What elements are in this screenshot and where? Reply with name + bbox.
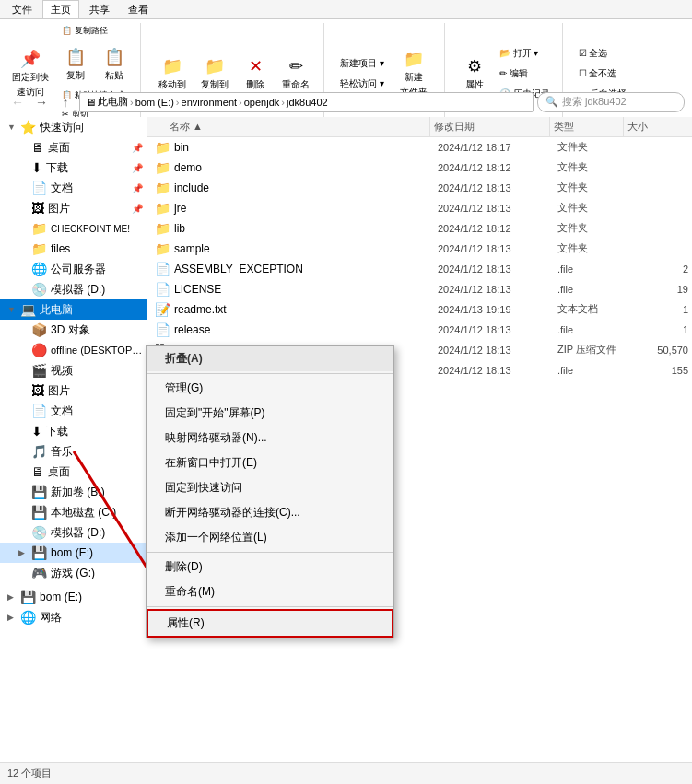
tab-share[interactable]: 共享 bbox=[81, 0, 118, 18]
sidebar-item-files[interactable]: 📁 files bbox=[0, 239, 147, 259]
sidebar-item-pictures[interactable]: 🖼 图片 📌 bbox=[0, 198, 147, 218]
file-row-readme[interactable]: 📝 readme.txt 2024/1/13 19:19 文本文档 1 bbox=[147, 299, 692, 320]
sidebar: ▼ ⭐ 快速访问 🖥 桌面 📌 ⬇ 下载 📌 📄 文档 📌 🖼 图片 📌 bbox=[0, 117, 147, 762]
sidebar-item-emulator-d[interactable]: 💿 模拟器 (D:) bbox=[0, 279, 147, 299]
file-row-release[interactable]: 📄 release 2024/1/12 18:13 .file 1 bbox=[147, 320, 692, 340]
file-name-assembly: 📄 ASSEMBLY_EXCEPTION bbox=[147, 262, 434, 276]
move-to-button[interactable]: 📁 移动到 bbox=[152, 50, 193, 98]
ctx-pin-quick[interactable]: 固定到快速访问 bbox=[147, 475, 393, 500]
file-row-demo[interactable]: 📁 demo 2024/1/12 18:12 文件夹 bbox=[147, 158, 692, 178]
docs-label: 文档 bbox=[51, 181, 73, 196]
copy-to-button[interactable]: 📁 复制到 bbox=[194, 50, 235, 98]
sidebar-item-checkpoint[interactable]: 📁 CHECKPOINT ME! bbox=[0, 218, 147, 239]
up-button[interactable]: ↑ bbox=[55, 92, 76, 112]
copy-path-button[interactable]: 📋 复制路径 bbox=[57, 23, 112, 39]
properties-button[interactable]: ⚙ 属性 bbox=[456, 50, 493, 98]
file-type-af: .file bbox=[554, 365, 627, 376]
docs-pin: 📌 bbox=[132, 183, 143, 193]
new-item-button[interactable]: 新建项目 ▾ bbox=[335, 54, 389, 73]
file-row-lib[interactable]: 📁 lib 2024/1/12 18:12 文件夹 bbox=[147, 218, 692, 239]
sidebar-item-music[interactable]: 🎵 音乐 bbox=[0, 441, 147, 462]
sidebar-item-pictures2[interactable]: 🖼 图片 bbox=[0, 380, 147, 401]
sidebar-item-quick-access[interactable]: ▼ ⭐ 快速访问 bbox=[0, 117, 147, 137]
ctx-delete[interactable]: 删除(D) bbox=[147, 555, 393, 579]
files-label: files bbox=[51, 242, 70, 255]
sidebar-item-network[interactable]: ▶ 🌐 网络 bbox=[0, 607, 147, 627]
paste-button[interactable]: 📋 粘贴 bbox=[96, 41, 133, 88]
ctx-add-location[interactable]: 添加一个网络位置(L) bbox=[147, 525, 393, 550]
breadcrumb-jdk[interactable]: jdk8u402 bbox=[287, 97, 328, 108]
file-date-jre: 2024/1/12 18:13 bbox=[434, 203, 554, 214]
breadcrumb-this-pc[interactable]: 此电脑 bbox=[98, 95, 128, 109]
select-all-button[interactable]: ☑ 全选 bbox=[574, 44, 632, 63]
search-box[interactable]: 🔍 搜索 jdk8u402 bbox=[537, 92, 685, 112]
ctx-header[interactable]: 折叠(A) bbox=[147, 346, 393, 371]
sidebar-item-local-c[interactable]: 💾 本地磁盘 (C:) bbox=[0, 502, 147, 522]
col-header-type[interactable]: 类型 bbox=[550, 117, 624, 136]
breadcrumb-openjdk[interactable]: openjdk bbox=[244, 97, 280, 108]
sidebar-item-emulator-d2[interactable]: 💿 模拟器 (D:) bbox=[0, 522, 147, 543]
delete-button[interactable]: ✕ 删除 bbox=[237, 50, 274, 98]
sidebar-item-desktop2[interactable]: 🖥 桌面 bbox=[0, 462, 147, 482]
sidebar-item-offline[interactable]: 🔴 offline (DESKTOP-... bbox=[0, 340, 147, 360]
ctx-properties[interactable]: 属性(R) bbox=[147, 609, 393, 638]
breadcrumb-sep2: › bbox=[176, 97, 180, 108]
file-row-jre[interactable]: 📁 jre 2024/1/12 18:13 文件夹 bbox=[147, 198, 692, 218]
sidebar-item-bom-e2[interactable]: ▶ 💾 bom (E:) bbox=[0, 587, 147, 607]
rename-button[interactable]: ✏ 重命名 bbox=[276, 50, 316, 98]
ctx-rename[interactable]: 重命名(M) bbox=[147, 579, 393, 604]
edit-button[interactable]: ✏ 编辑 bbox=[495, 64, 555, 83]
file-size-af: 155 bbox=[627, 365, 692, 376]
ctx-manage[interactable]: 管理(G) bbox=[147, 376, 393, 401]
sidebar-item-game-g[interactable]: 🎮 游戏 (G:) bbox=[0, 563, 147, 583]
sidebar-item-new-vol-b[interactable]: 💾 新加卷 (B:) bbox=[0, 482, 147, 502]
col-header-size[interactable]: 大小 bbox=[624, 117, 688, 136]
open-dropdown-button[interactable]: 📂 打开 ▾ bbox=[495, 44, 555, 63]
select-none-button[interactable]: ☐ 全不选 bbox=[574, 64, 632, 83]
sidebar-item-downloads[interactable]: ⬇ 下载 📌 bbox=[0, 158, 147, 178]
tab-file[interactable]: 文件 bbox=[4, 0, 41, 18]
easy-access-button[interactable]: 轻松访问 ▾ bbox=[335, 75, 389, 93]
file-type-sample: 文件夹 bbox=[554, 241, 627, 255]
downloads-label: 下载 bbox=[46, 160, 68, 176]
forward-button[interactable]: → bbox=[31, 92, 52, 112]
tab-view[interactable]: 查看 bbox=[120, 0, 157, 18]
sidebar-item-this-pc[interactable]: ▼ 💻 此电脑 bbox=[0, 299, 147, 320]
desktop-label: 桌面 bbox=[48, 140, 70, 156]
ctx-disconnect[interactable]: 断开网络驱动器的连接(C)... bbox=[147, 500, 393, 525]
pin-quick-access-button[interactable]: 📌 固定到快速访问 bbox=[6, 50, 55, 98]
sidebar-item-downloads2[interactable]: ⬇ 下载 bbox=[0, 421, 147, 441]
music-label: 音乐 bbox=[51, 444, 73, 460]
quick-access-expand: ▼ bbox=[7, 123, 17, 132]
sidebar-item-company-server[interactable]: 🌐 公司服务器 bbox=[0, 259, 147, 279]
file-row-include[interactable]: 📁 include 2024/1/12 18:13 文件夹 bbox=[147, 178, 692, 198]
checkpoint-label: CHECKPOINT ME! bbox=[51, 224, 130, 234]
sidebar-item-videos[interactable]: 🎬 视频 bbox=[0, 360, 147, 380]
ctx-pin-start[interactable]: 固定到"开始"屏幕(P) bbox=[147, 401, 393, 426]
file-row-assembly[interactable]: 📄 ASSEMBLY_EXCEPTION 2024/1/12 18:13 .fi… bbox=[147, 259, 692, 279]
new-folder-button[interactable]: 📁 新建文件夹 bbox=[391, 50, 437, 98]
copy-button[interactable]: 📋 复制 bbox=[57, 41, 94, 88]
sidebar-item-docs2[interactable]: 📄 文档 bbox=[0, 401, 147, 421]
status-bar: 12 个项目 bbox=[0, 762, 692, 784]
emulator-d2-icon: 💿 bbox=[31, 525, 47, 540]
bom-e-expand: ▶ bbox=[18, 548, 28, 557]
sidebar-item-3d[interactable]: 📦 3D 对象 bbox=[0, 320, 147, 340]
tab-home[interactable]: 主页 bbox=[42, 0, 79, 18]
breadcrumb[interactable]: 🖥 此电脑 › bom (E:) › environment › openjdk… bbox=[79, 92, 534, 112]
file-row-bin[interactable]: 📁 bin 2024/1/12 18:17 文件夹 bbox=[147, 137, 692, 158]
col-header-name[interactable]: 名称 ▲ bbox=[147, 117, 430, 136]
file-row-license[interactable]: 📄 LICENSE 2024/1/12 18:13 .file 19 bbox=[147, 279, 692, 299]
file-name-lib: 📁 lib bbox=[147, 221, 434, 236]
sidebar-item-docs[interactable]: 📄 文档 📌 bbox=[0, 178, 147, 198]
sidebar-item-desktop[interactable]: 🖥 桌面 📌 bbox=[0, 137, 147, 158]
ctx-map-drive[interactable]: 映射网络驱动器(N)... bbox=[147, 426, 393, 451]
back-button[interactable]: ← bbox=[7, 92, 28, 112]
sidebar-item-bom-e[interactable]: ▶ 💾 bom (E:) bbox=[0, 543, 147, 563]
ctx-open-new[interactable]: 在新窗口中打开(E) bbox=[147, 451, 393, 475]
breadcrumb-bom[interactable]: bom (E:) bbox=[135, 97, 174, 108]
file-row-sample[interactable]: 📁 sample 2024/1/12 18:13 文件夹 bbox=[147, 239, 692, 259]
breadcrumb-env[interactable]: environment bbox=[182, 97, 238, 108]
file-label-include: include bbox=[174, 181, 209, 194]
col-header-date[interactable]: 修改日期 bbox=[430, 117, 550, 136]
